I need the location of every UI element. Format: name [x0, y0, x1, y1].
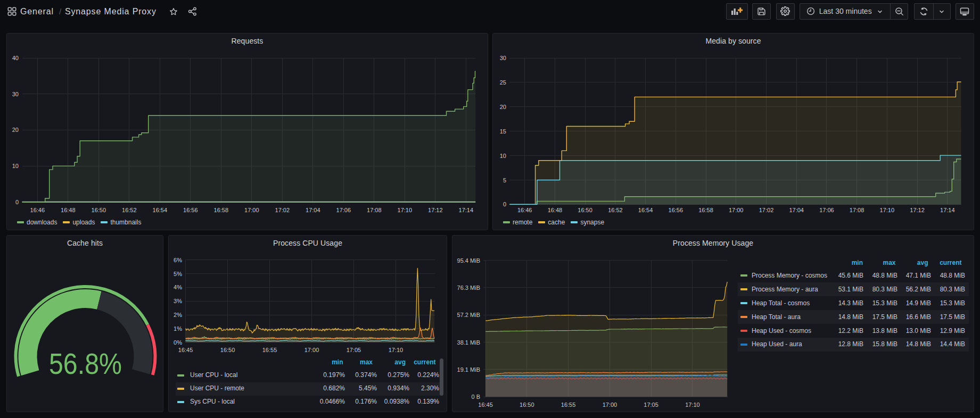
svg-text:0 B: 0 B	[471, 394, 480, 400]
svg-text:17:02: 17:02	[275, 207, 290, 213]
svg-text:16:58: 16:58	[214, 207, 229, 213]
svg-text:56.8%: 56.8%	[49, 347, 122, 380]
svg-text:10: 10	[500, 153, 506, 159]
svg-text:16:50: 16:50	[578, 207, 592, 213]
svg-text:17:02: 17:02	[759, 207, 774, 213]
svg-text:17:10: 17:10	[880, 207, 895, 213]
svg-text:57.2 MiB: 57.2 MiB	[457, 312, 480, 318]
svg-text:17:06: 17:06	[336, 207, 351, 213]
svg-text:16:52: 16:52	[608, 207, 623, 213]
svg-text:0%: 0%	[174, 339, 182, 346]
svg-text:16:58: 16:58	[698, 207, 713, 213]
svg-text:16:50: 16:50	[220, 347, 235, 353]
svg-text:17:12: 17:12	[910, 207, 925, 213]
svg-text:17:04: 17:04	[789, 207, 804, 213]
svg-text:17:10: 17:10	[685, 402, 700, 408]
svg-text:16:54: 16:54	[153, 207, 168, 213]
svg-text:95.4 MiB: 95.4 MiB	[457, 257, 480, 264]
svg-text:25: 25	[500, 79, 506, 86]
svg-text:16:52: 16:52	[122, 207, 137, 213]
svg-text:16:56: 16:56	[669, 207, 683, 213]
svg-text:15: 15	[500, 128, 506, 135]
svg-text:17:04: 17:04	[306, 207, 320, 213]
svg-text:17:05: 17:05	[347, 347, 361, 353]
svg-text:17:12: 17:12	[428, 207, 443, 213]
svg-text:30: 30	[500, 55, 506, 61]
svg-text:1%: 1%	[174, 325, 182, 332]
svg-text:16:45: 16:45	[178, 347, 193, 353]
svg-text:17:06: 17:06	[819, 207, 834, 213]
svg-text:0: 0	[503, 201, 506, 207]
svg-text:17:00: 17:00	[244, 207, 259, 213]
svg-text:40: 40	[12, 55, 19, 61]
svg-text:20: 20	[12, 127, 19, 133]
svg-text:16:50: 16:50	[520, 402, 534, 408]
svg-text:17:00: 17:00	[304, 347, 319, 353]
svg-text:17:14: 17:14	[459, 207, 474, 213]
svg-text:17:00: 17:00	[729, 207, 744, 213]
svg-text:17:14: 17:14	[940, 207, 955, 213]
svg-text:20: 20	[500, 104, 506, 110]
svg-text:4%: 4%	[174, 284, 182, 290]
svg-text:0: 0	[15, 199, 19, 205]
svg-text:16:56: 16:56	[183, 207, 198, 213]
svg-text:16:48: 16:48	[548, 207, 563, 213]
svg-text:3%: 3%	[174, 298, 182, 304]
svg-text:17:05: 17:05	[644, 402, 658, 408]
svg-text:2%: 2%	[174, 312, 182, 318]
svg-text:16:55: 16:55	[561, 402, 576, 408]
svg-text:19.1 MiB: 19.1 MiB	[457, 366, 480, 373]
svg-text:30: 30	[12, 91, 19, 97]
svg-text:5%: 5%	[174, 271, 182, 277]
svg-text:17:00: 17:00	[603, 402, 617, 408]
svg-text:16:46: 16:46	[30, 207, 45, 213]
svg-text:38.1 MiB: 38.1 MiB	[457, 339, 480, 346]
svg-text:16:50: 16:50	[92, 207, 106, 213]
svg-text:17:08: 17:08	[367, 207, 382, 213]
svg-text:17:08: 17:08	[850, 207, 864, 213]
svg-text:17:10: 17:10	[398, 207, 413, 213]
svg-text:10: 10	[12, 163, 19, 169]
svg-text:16:46: 16:46	[517, 207, 532, 213]
svg-text:76.3 MiB: 76.3 MiB	[457, 285, 480, 291]
svg-text:16:55: 16:55	[262, 347, 277, 353]
svg-text:16:45: 16:45	[478, 402, 493, 408]
svg-text:16:48: 16:48	[61, 207, 76, 213]
svg-text:5: 5	[503, 177, 506, 183]
svg-text:16:54: 16:54	[638, 207, 653, 213]
svg-text:6%: 6%	[174, 257, 182, 263]
svg-text:17:10: 17:10	[389, 347, 403, 353]
